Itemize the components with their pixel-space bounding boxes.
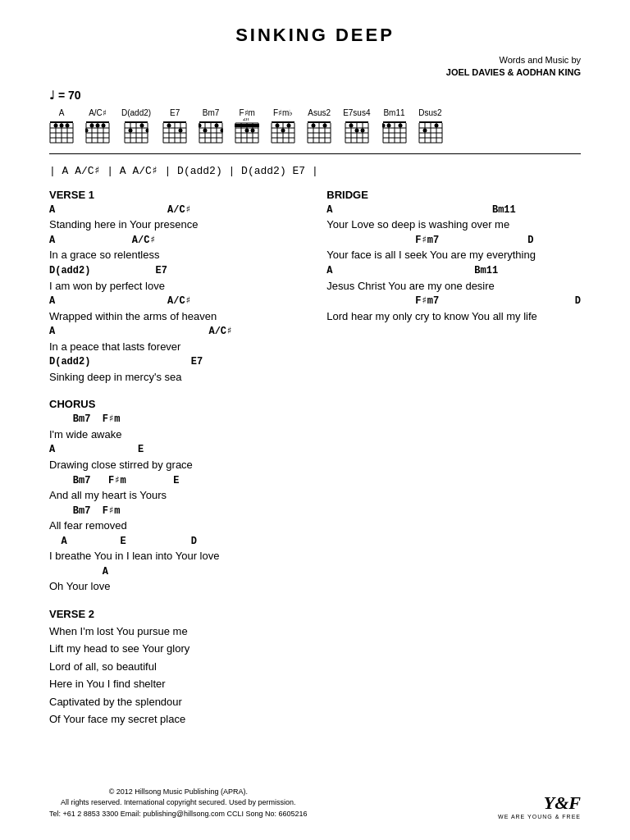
svg-point-129 — [382, 123, 386, 127]
footer-text: © 2012 Hillsong Music Publishing (APRA).… — [49, 787, 308, 820]
svg-rect-13 — [86, 121, 109, 123]
chord-diagram-F#mb: F♯m♭ — [271, 108, 295, 147]
svg-point-39 — [146, 128, 149, 132]
chorus-line3: Bm7 F♯m E And all my heart is Yours — [49, 475, 294, 504]
tempo: ♩ = 70 — [49, 89, 581, 102]
svg-point-26 — [102, 123, 106, 127]
svg-rect-106 — [345, 121, 368, 123]
logo-tagline: WE ARE YOUNG & FREE — [498, 814, 581, 819]
chord-diagram-A: A — [49, 108, 74, 147]
bridge-line2: F♯m7 D Your face is all I seek You are m… — [326, 235, 581, 263]
svg-rect-0 — [50, 121, 73, 123]
svg-rect-119 — [383, 121, 406, 123]
page: SINKING DEEP Words and Music by JOEL DAV… — [0, 0, 630, 836]
chord-diagram-Asus2: Asus2 — [307, 108, 331, 147]
chorus-line5: A E D I breathe You in I lean into Your … — [49, 536, 294, 564]
verse1-line2: A A/C♯ In a grace so relentless — [49, 235, 294, 263]
svg-point-10 — [54, 123, 58, 127]
divider — [49, 153, 581, 154]
logo-area: Y&F WE ARE YOUNG & FREE — [498, 792, 581, 819]
svg-point-63 — [203, 128, 208, 132]
svg-point-11 — [60, 123, 64, 127]
svg-point-38 — [140, 123, 144, 127]
footer-area: © 2012 Hillsong Music Publishing (APRA).… — [49, 762, 581, 820]
yf-logo: Y&F — [498, 792, 581, 814]
svg-rect-94 — [308, 121, 331, 123]
svg-point-104 — [312, 123, 316, 127]
verse1-line5: A A/C♯ In a peace that lasts forever — [49, 326, 294, 354]
content-area: VERSE 1 A A/C♯ Standing here in Your pre… — [49, 189, 581, 729]
svg-point-25 — [96, 123, 100, 127]
svg-point-130 — [386, 123, 390, 127]
chord-diagram-Dadd2: D(add2) — [121, 108, 151, 147]
svg-point-37 — [129, 128, 133, 132]
svg-rect-40 — [163, 121, 186, 123]
verse2-line5: Captivated by the splendour — [49, 694, 294, 710]
verse1-line3: D(add2) E7 I am won by perfect love — [49, 265, 294, 294]
svg-point-62 — [199, 123, 202, 127]
svg-point-131 — [398, 123, 402, 127]
verse1-label: VERSE 1 — [49, 189, 294, 201]
intro-line: | A A/C♯ | A A/C♯ | D(add2) | D(add2) E7… — [49, 164, 581, 177]
chord-diagram-Bm7: Bm7 — [199, 108, 223, 147]
chord-diagram-Dsus2: Dsus2 — [418, 108, 443, 147]
svg-point-65 — [221, 128, 224, 132]
svg-point-12 — [66, 123, 70, 127]
svg-point-92 — [281, 128, 285, 132]
svg-point-23 — [85, 128, 89, 132]
svg-point-91 — [276, 123, 280, 127]
chorus-line2: A E Drawing close stirred by grace — [49, 444, 294, 472]
svg-point-80 — [251, 128, 255, 132]
left-column: VERSE 1 A A/C♯ Standing here in Your pre… — [49, 189, 294, 729]
svg-rect-132 — [419, 121, 442, 123]
verse2-line2: Lift my head to see Your glory — [49, 641, 294, 657]
verse2-line4: Here in You I find shelter — [49, 676, 294, 692]
svg-point-93 — [287, 123, 291, 127]
chord-diagram-AC#: A/C♯ — [85, 108, 110, 147]
verse2-line3: Lord of all, so beautiful — [49, 659, 294, 675]
svg-point-116 — [349, 123, 353, 127]
chord-diagram-F#m: F♯m 2fr — [235, 108, 259, 147]
bridge-line1: A Bm11 Your Love so deep is washing over… — [326, 204, 581, 233]
svg-rect-52 — [199, 121, 222, 123]
svg-point-24 — [90, 123, 94, 127]
svg-text:2fr: 2fr — [243, 118, 250, 121]
chorus-line4: Bm7 F♯m All fear removed — [49, 505, 294, 534]
chord-diagrams-row: A A/C♯ — [49, 108, 581, 147]
right-column: BRIDGE A Bm11 Your Love so deep is washi… — [326, 189, 581, 729]
verse2-line6: Of Your face my secret place — [49, 711, 294, 728]
verse1-line6: D(add2) E7 Sinking deep in mercy's sea — [49, 356, 294, 385]
credits: Words and Music by JOEL DAVIES & AODHAN … — [446, 54, 581, 80]
chord-diagram-Bm11: Bm11 — [382, 108, 407, 147]
svg-rect-86 — [272, 121, 294, 123]
svg-point-50 — [167, 123, 171, 127]
bridge-line3: A Bm11 Jesus Christ You are my one desir… — [326, 265, 581, 294]
chorus-line1: Bm7 F♯m I'm wide awake — [49, 413, 294, 442]
verse1-line1: A A/C♯ Standing here in Your presence — [49, 204, 294, 233]
chord-diagram-E7: E7 — [162, 108, 187, 147]
svg-point-79 — [245, 128, 249, 132]
svg-point-51 — [179, 128, 183, 132]
svg-rect-27 — [125, 121, 148, 123]
chord-diagram-E7sus4: E7sus4 — [343, 108, 370, 147]
svg-point-117 — [354, 128, 358, 132]
verse1-line4: A A/C♯ Wrapped within the arms of heaven — [49, 295, 294, 324]
bridge-label: BRIDGE — [326, 189, 581, 201]
bridge-line4: F♯m7 D Lord hear my only cry to know You… — [326, 295, 581, 324]
chorus-line6: A Oh Your love — [49, 566, 294, 595]
verse2-line1: When I'm lost You pursue me — [49, 623, 294, 640]
svg-point-143 — [434, 123, 438, 127]
song-title: SINKING DEEP — [49, 25, 581, 46]
verse2-label: VERSE 2 — [49, 608, 294, 620]
svg-point-118 — [360, 128, 364, 132]
svg-point-142 — [422, 128, 427, 132]
svg-point-64 — [215, 123, 219, 127]
chorus-label: CHORUS — [49, 398, 294, 410]
footer-row: © 2012 Hillsong Music Publishing (APRA).… — [49, 762, 581, 820]
svg-point-105 — [323, 123, 327, 127]
